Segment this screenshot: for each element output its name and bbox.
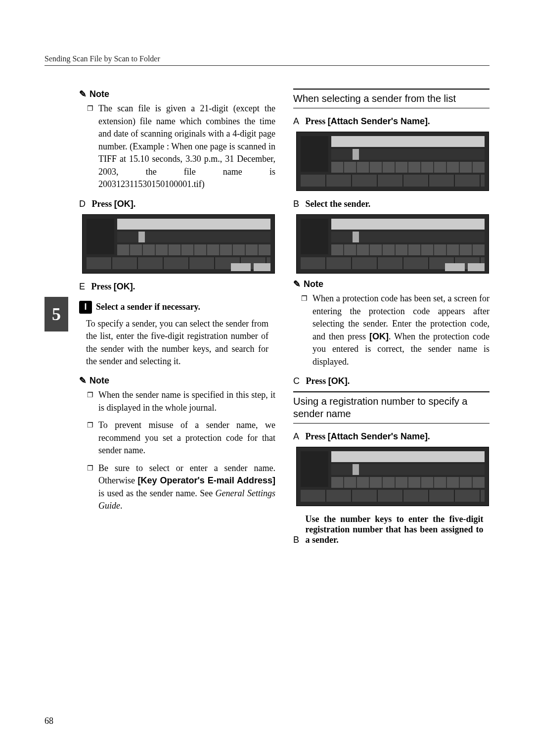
- step-letter: D: [79, 199, 86, 209]
- running-header: Sending Scan File by Scan to Folder: [44, 54, 490, 66]
- substep-a2: A Press [Attach Sender's Name].: [293, 431, 490, 442]
- note-heading: Note: [79, 375, 275, 386]
- step-9: I Select a sender if necessary.: [79, 301, 275, 314]
- note-item: ❐ To prevent misuse of a sender name, we…: [79, 419, 275, 457]
- screenshot-figure: [296, 214, 489, 274]
- step-letter: C: [293, 376, 300, 386]
- substep-c: C Press [OK].: [293, 376, 490, 386]
- note-text: The scan file is given a 21-digit (excep…: [98, 102, 275, 191]
- pencil-icon: [293, 279, 304, 289]
- step-letter: A: [293, 116, 299, 126]
- step-text-pre: Press: [92, 199, 114, 209]
- step-text-pre: Press: [91, 282, 114, 291]
- note-item: ❐ Be sure to select or enter a sender na…: [79, 462, 275, 513]
- step-text-post: .: [133, 282, 135, 291]
- substep-b: B Select the sender.: [293, 199, 490, 209]
- page-number: 68: [44, 716, 53, 726]
- step-letter: B: [293, 199, 299, 209]
- attach-sender-name-label: [Attach Sender's Name]: [328, 431, 428, 441]
- key-operator-email-label: [Key Operator's E-mail Address]: [137, 475, 275, 485]
- note-item: ❐ The scan file is given a 21-digit (exc…: [79, 102, 275, 191]
- note-item: ❐ When the sender name is specified in t…: [79, 389, 275, 414]
- ok-key-label: [OK]: [369, 331, 389, 341]
- two-column-layout: Note ❐ The scan file is given a 21-digit…: [79, 86, 490, 550]
- step-letter: A: [293, 431, 299, 441]
- screenshot-figure: [82, 214, 275, 274]
- note-item: ❐ When a protection code has been set, a…: [293, 292, 490, 368]
- attach-sender-name-label: [Attach Sender's Name]: [328, 116, 428, 126]
- ok-key-label: [OK]: [114, 282, 133, 291]
- bullet-icon: ❐: [87, 464, 93, 513]
- step-letter: B: [293, 535, 299, 545]
- chapter-tab: 5: [44, 297, 68, 331]
- substep-e: E Press [OK].: [79, 282, 275, 292]
- step-text: Use the number keys to enter the five-di…: [306, 514, 484, 545]
- screenshot-figure: [296, 132, 489, 191]
- substep-b2: B Use the number keys to enter the five-…: [293, 514, 490, 545]
- substep-d: D Press [OK].: [79, 199, 275, 209]
- note-heading: Note: [293, 279, 490, 289]
- note-text: Be sure to select or enter a sender name…: [98, 462, 275, 513]
- step-number-badge: I: [79, 301, 92, 314]
- substep-a: A Press [Attach Sender's Name].: [293, 116, 490, 127]
- section-heading: Using a registration number to specify a…: [293, 391, 490, 424]
- note-label: Note: [89, 89, 109, 99]
- bullet-icon: ❐: [87, 391, 93, 414]
- bullet-icon: ❐: [87, 421, 93, 457]
- right-column: When selecting a sender from the list A …: [293, 86, 490, 550]
- section-heading: When selecting a sender from the list: [293, 89, 490, 108]
- step-title: Select a sender if necessary.: [96, 302, 200, 312]
- note-text: When the sender name is specified in thi…: [98, 389, 275, 414]
- step-text: Select the sender.: [306, 199, 371, 209]
- note-text: To prevent misuse of a sender name, we r…: [98, 419, 275, 457]
- note-label: Note: [89, 376, 109, 386]
- note-text: When a protection code has been set, a s…: [312, 292, 490, 368]
- step-text-post: .: [134, 199, 136, 209]
- body-paragraph: To specify a sender, you can select the …: [86, 318, 268, 368]
- page: Sending Scan File by Scan to Folder 5 No…: [0, 0, 534, 756]
- ok-key-label: [OK]: [114, 199, 134, 209]
- bullet-icon: ❐: [301, 294, 308, 368]
- step-letter: E: [79, 282, 85, 291]
- left-column: Note ❐ The scan file is given a 21-digit…: [79, 86, 275, 550]
- screenshot-figure: [296, 447, 489, 506]
- note-heading: Note: [79, 89, 275, 99]
- pencil-icon: [79, 375, 89, 386]
- ok-key-label: [OK]: [328, 376, 348, 386]
- pencil-icon: [79, 89, 89, 99]
- bullet-icon: ❐: [87, 104, 93, 191]
- note-label: Note: [304, 279, 323, 289]
